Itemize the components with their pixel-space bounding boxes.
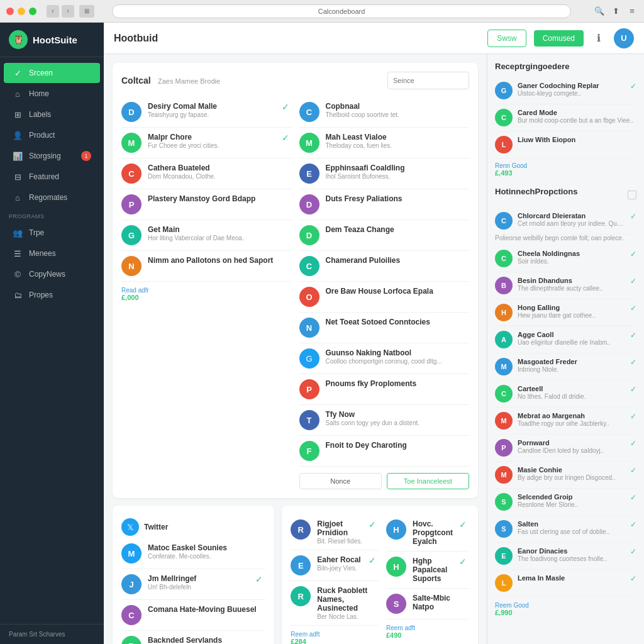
check-icon: ✓ xyxy=(630,466,636,475)
contact-info: Get Main Hor liting Vabercolar of Dae Me… xyxy=(148,225,292,242)
contact-item: R Rigjoet Prnidion Bit. Riesel fides. ✓ xyxy=(291,514,379,550)
contact-info: Copbnaal Thelboid coop soortive tet. xyxy=(326,102,470,118)
avatar: E xyxy=(291,555,311,575)
avatar: N xyxy=(299,318,319,338)
avatar: R xyxy=(291,586,311,606)
content-area: Coltcal Zaes Mamee Brodie D xyxy=(104,54,644,644)
panel-actions: Nonce Toe Inanceleest xyxy=(299,473,470,489)
contact-info: Nimm ano Pallotons on hed Saport xyxy=(148,256,292,265)
contact-info: Dem Teaza Change xyxy=(326,225,470,234)
right-info: Ganer Codoching Replar Uistoc-kleyg comg… xyxy=(518,82,625,97)
menu-icon[interactable]: ≡ xyxy=(626,6,638,17)
nav-buttons: ‹ › xyxy=(47,5,74,18)
contact-item: F Fnoit to Dey Charoting xyxy=(299,436,470,467)
contact-info: Guunso Naking Natbool Coolloo chomportgi… xyxy=(326,348,470,365)
toolbar-icons: 🔍 ⬆ ≡ xyxy=(594,6,638,17)
info-icon[interactable]: ℹ xyxy=(591,31,606,46)
sidebar-item-regomates[interactable]: ⌂ Regomates xyxy=(4,187,100,208)
sidebar-item-featured[interactable]: ⊟ Featured xyxy=(4,167,100,187)
sidebar-item-srceen[interactable]: ✓ Srceen xyxy=(4,63,100,83)
right-info: Masgoated Freder Inbriong Ntole. xyxy=(518,358,625,373)
primary-button[interactable]: Comused xyxy=(534,30,584,47)
close-button[interactable] xyxy=(6,8,14,15)
sidebar-item-trpe[interactable]: 👥 Trpe xyxy=(4,223,100,243)
inanceleest-button[interactable]: Toe Inanceleest xyxy=(387,473,469,489)
avatar: P xyxy=(299,379,319,399)
sidebar-item-propes[interactable]: 🗂 Propes xyxy=(4,285,100,305)
twitter-divider: 𝕏 Twitter xyxy=(121,514,265,538)
avatar: C xyxy=(299,102,319,122)
right-info: Besin Dhanduns The dlinepthratle aucty c… xyxy=(518,277,625,292)
check-icon: ✓ xyxy=(369,555,379,565)
right-item: L Liuw With Eiopon xyxy=(495,131,636,158)
share-button[interactable]: ⊞ xyxy=(79,5,94,18)
check-icon: ✓ xyxy=(630,385,636,394)
check-icon: ✓ xyxy=(630,358,636,367)
check-icon: ✓ xyxy=(282,133,292,143)
avatar: C xyxy=(495,212,513,230)
chart-icon: 📊 xyxy=(13,151,23,161)
nonce-button[interactable]: Nonce xyxy=(299,473,382,489)
contact-info: Jm Mellringef Un! Bh-delefeln xyxy=(148,574,249,591)
sidebar-item-copynews[interactable]: © CopyNews xyxy=(4,264,100,284)
sidebar-item-storgsing[interactable]: 📊 Storgsing 1 xyxy=(4,146,100,166)
contacts-title: Coltcal xyxy=(121,75,151,86)
contacts-panel: Coltcal Zaes Mamee Brodie D xyxy=(113,63,478,498)
check-icon: ✓ xyxy=(630,574,636,583)
check-icon: ✓ xyxy=(630,277,636,286)
sidebar: 🦉 HootSuite ✓ Srceen ⌂ Home ⊞ Labels 👤 xyxy=(0,23,104,644)
contact-item: C Cathera Buateled Dom Mconadou, Clothe. xyxy=(121,158,292,189)
lines-icon: ☰ xyxy=(13,248,23,258)
minimize-button[interactable] xyxy=(18,8,25,15)
check-icon: ✓ xyxy=(630,250,636,258)
fb-right: H Hovc. Propgtcont Eyalch ✓ H xyxy=(386,514,469,644)
sidebar-logo: 🦉 HootSuite xyxy=(0,23,104,57)
right-info: Salten Fas ust clering ase cof of doblie… xyxy=(518,520,625,535)
price-section: Read adfr £,000 xyxy=(121,287,292,301)
maximize-button[interactable] xyxy=(29,8,36,15)
right-item: S Selcended Groip Resnlone Mer Slorie.. … xyxy=(495,489,636,516)
contact-item: N Nimm ano Pallotons on hed Saport xyxy=(121,251,292,282)
contact-info: Chamerand Puloilies xyxy=(326,256,470,265)
sidebar-item-product[interactable]: 👤 Product xyxy=(4,125,100,145)
right-section-title: Receptrgingoedere xyxy=(495,62,636,71)
contact-item: C Chamerand Puloilies xyxy=(299,251,470,282)
share-icon[interactable]: ⬆ xyxy=(610,6,621,17)
price-section: Reem adft £284 xyxy=(291,631,379,644)
avatar: B xyxy=(495,277,513,294)
right-info: Eanor Dinacies The foadivong cuorteses f… xyxy=(518,547,625,562)
right-item: P Pornward Candloe lDen loled by saldoyj… xyxy=(495,435,636,462)
contacts-search[interactable] xyxy=(387,72,469,89)
check-icon: ✓ xyxy=(459,557,469,567)
avatar: H xyxy=(386,557,406,577)
title-bar: ‹ › ⊞ Calcondeboard 🔍 ⬆ ≡ xyxy=(0,0,644,23)
contact-info: Comana Hate-Moving Buuesel xyxy=(148,605,265,614)
avatar: H xyxy=(386,519,406,540)
sidebar-item-menees[interactable]: ☰ Menees xyxy=(4,243,100,264)
address-bar[interactable]: Calcondeboard xyxy=(112,4,571,18)
platform-label: Twitter xyxy=(144,523,168,531)
back-button[interactable]: ‹ xyxy=(47,5,59,18)
contact-item: M Malpr Chore Fur Choee de yroci cities.… xyxy=(121,128,292,158)
check-icon: ✓ xyxy=(13,68,23,78)
avatar: S xyxy=(386,594,406,614)
right-panel: Receptrgingoedere G Ganer Codoching Repl… xyxy=(487,54,644,644)
avatar: H xyxy=(495,304,513,321)
avatar: F xyxy=(299,441,319,461)
sidebar-item-labels[interactable]: ⊞ Labels xyxy=(4,104,100,125)
checkbox[interactable] xyxy=(628,191,636,199)
contact-item: E Epphinsaafi Coaldling Ihol Saroisnt Bu… xyxy=(299,158,470,189)
section-note: Polieorse welbilly begn comle folt; oan … xyxy=(495,235,636,242)
outline-button[interactable]: Swsw xyxy=(487,30,526,47)
user-avatar[interactable]: U xyxy=(614,28,634,48)
forward-button[interactable]: › xyxy=(62,5,74,18)
grid-icon: ⊞ xyxy=(13,109,23,119)
search-icon[interactable]: 🔍 xyxy=(594,6,605,17)
check-icon: ✓ xyxy=(630,212,636,221)
sidebar-item-home[interactable]: ⌂ Home xyxy=(4,84,100,104)
right-item: S Salten Fas ust clering ase cof of dobl… xyxy=(495,516,636,543)
right-info: Liuw With Eiopon xyxy=(518,136,636,143)
contact-info: Matoc Easkel Sounies Conferate. Me-cooll… xyxy=(148,543,265,560)
contacts-grid: D Desiry Comal Malle Teaishyurg gy fapas… xyxy=(121,97,469,489)
avatar: D xyxy=(299,225,319,245)
